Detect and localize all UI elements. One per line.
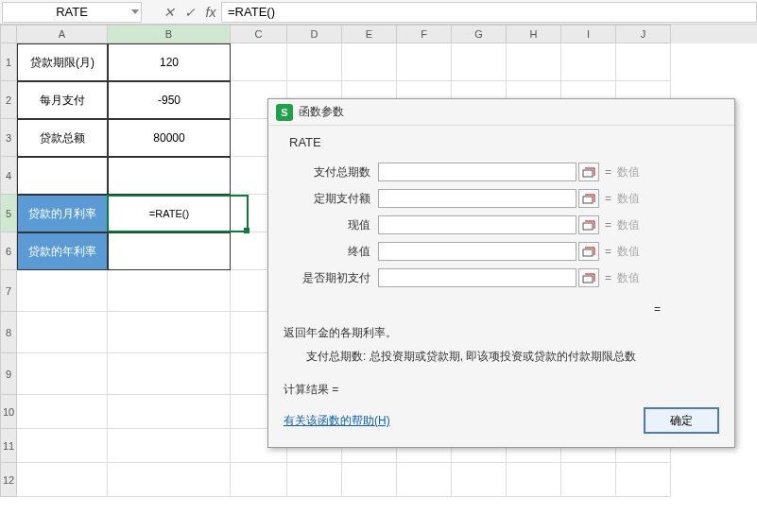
col-header-D[interactable]: D bbox=[287, 25, 342, 43]
range-picker-button[interactable] bbox=[578, 215, 599, 234]
row-header-6[interactable]: 6 bbox=[0, 232, 17, 270]
param-input[interactable] bbox=[378, 189, 576, 208]
cell[interactable] bbox=[231, 43, 287, 81]
cell[interactable] bbox=[287, 463, 342, 497]
cell-A1[interactable]: 贷款期限(月) bbox=[17, 43, 108, 81]
cell[interactable] bbox=[17, 312, 108, 353]
param-input[interactable] bbox=[378, 215, 576, 234]
cell[interactable] bbox=[507, 43, 561, 81]
col-header-H[interactable]: H bbox=[507, 25, 561, 43]
formula-input[interactable]: =RATE() bbox=[221, 2, 757, 23]
param-input[interactable] bbox=[378, 163, 576, 181]
cell[interactable] bbox=[17, 270, 108, 312]
row-header-4[interactable]: 4 bbox=[0, 157, 17, 195]
cell-B3[interactable]: 80000 bbox=[108, 119, 231, 157]
param-value-hint: 数值 bbox=[617, 270, 640, 286]
row-header-12[interactable]: 12 bbox=[0, 463, 17, 497]
cell[interactable] bbox=[108, 353, 231, 395]
cell[interactable] bbox=[561, 463, 616, 497]
row-header-10[interactable]: 10 bbox=[0, 395, 17, 429]
row-header-3[interactable]: 3 bbox=[0, 119, 17, 157]
row-header-7[interactable]: 7 bbox=[0, 270, 17, 312]
help-link[interactable]: 有关该函数的帮助(H) bbox=[284, 413, 390, 429]
svg-rect-2 bbox=[583, 223, 593, 230]
cell-A5[interactable]: 贷款的月利率 bbox=[17, 195, 108, 232]
svg-rect-4 bbox=[583, 276, 593, 283]
cell[interactable] bbox=[108, 312, 231, 353]
dialog-title: 函数参数 bbox=[299, 104, 344, 120]
equals-sign: = bbox=[605, 218, 611, 232]
row-header-11[interactable]: 11 bbox=[0, 429, 17, 463]
fx-button[interactable]: fx bbox=[200, 2, 221, 23]
param-value-hint: 数值 bbox=[617, 164, 640, 180]
cancel-formula-button[interactable]: ✕ bbox=[159, 2, 180, 23]
select-all-corner[interactable] bbox=[0, 25, 17, 43]
col-header-G[interactable]: G bbox=[452, 25, 507, 43]
param-input[interactable] bbox=[378, 268, 576, 287]
range-picker-button[interactable] bbox=[578, 189, 599, 208]
col-header-I[interactable]: I bbox=[561, 25, 616, 43]
confirm-formula-button[interactable]: ✓ bbox=[180, 2, 200, 23]
cell[interactable] bbox=[397, 463, 452, 497]
range-picker-button[interactable] bbox=[578, 268, 599, 287]
ok-button[interactable]: 确定 bbox=[644, 407, 719, 434]
cell[interactable] bbox=[287, 43, 342, 81]
param-row: 定期支付额=数值 bbox=[284, 185, 719, 212]
cell[interactable] bbox=[452, 43, 507, 81]
cell[interactable] bbox=[616, 43, 671, 81]
col-header-C[interactable]: C bbox=[231, 25, 287, 43]
cell-B6[interactable] bbox=[108, 232, 231, 270]
param-label: 支付总期数 bbox=[284, 164, 378, 180]
col-header-A[interactable]: A bbox=[17, 25, 108, 43]
dialog-body: RATE 支付总期数=数值定期支付额=数值现值=数值终值=数值是否期初支付=数值… bbox=[268, 126, 734, 447]
row-header-9[interactable]: 9 bbox=[0, 353, 17, 395]
range-select-icon bbox=[582, 271, 595, 284]
name-box[interactable]: RATE bbox=[2, 2, 142, 23]
cell-A3[interactable]: 贷款总额 bbox=[17, 119, 108, 157]
cell[interactable] bbox=[17, 353, 108, 395]
cell[interactable] bbox=[452, 463, 507, 497]
cell-B1[interactable]: 120 bbox=[108, 43, 231, 81]
name-box-value: RATE bbox=[56, 5, 88, 19]
cell[interactable] bbox=[17, 463, 108, 497]
function-arguments-dialog[interactable]: S 函数参数 RATE 支付总期数=数值定期支付额=数值现值=数值终值=数值是否… bbox=[267, 98, 735, 448]
cell-A2[interactable]: 每月支付 bbox=[17, 81, 108, 119]
row-header-5[interactable]: 5 bbox=[0, 195, 17, 232]
cell[interactable] bbox=[561, 43, 616, 81]
param-input[interactable] bbox=[378, 242, 576, 261]
cell-B2[interactable]: -950 bbox=[108, 81, 231, 119]
cell[interactable] bbox=[108, 463, 231, 497]
row-header-2[interactable]: 2 bbox=[0, 81, 17, 119]
cell-A6[interactable]: 贷款的年利率 bbox=[17, 232, 108, 270]
range-select-icon bbox=[582, 218, 595, 232]
svg-rect-0 bbox=[583, 170, 593, 177]
cell[interactable] bbox=[17, 395, 108, 429]
range-select-icon bbox=[582, 245, 595, 258]
col-header-J[interactable]: J bbox=[616, 25, 671, 43]
cell[interactable] bbox=[17, 429, 108, 463]
cell[interactable] bbox=[108, 429, 231, 463]
row-header-1[interactable]: 1 bbox=[0, 43, 17, 81]
cell[interactable] bbox=[342, 43, 397, 81]
cell[interactable] bbox=[231, 463, 287, 497]
dialog-titlebar[interactable]: S 函数参数 bbox=[268, 99, 734, 126]
cell-A4[interactable] bbox=[17, 157, 108, 195]
range-picker-button[interactable] bbox=[578, 163, 599, 181]
row-header-8[interactable]: 8 bbox=[0, 312, 17, 353]
range-picker-button[interactable] bbox=[578, 242, 599, 261]
cell-B4[interactable] bbox=[108, 157, 231, 195]
cell-B5[interactable]: =RATE() bbox=[108, 195, 231, 232]
param-label: 现值 bbox=[284, 217, 378, 233]
col-header-F[interactable]: F bbox=[397, 25, 452, 43]
col-header-E[interactable]: E bbox=[342, 25, 397, 43]
cell[interactable] bbox=[108, 270, 231, 312]
cell[interactable] bbox=[616, 463, 671, 497]
grid-row: 12 bbox=[0, 463, 757, 497]
cell[interactable] bbox=[507, 463, 561, 497]
cell[interactable] bbox=[397, 43, 452, 81]
chevron-down-icon[interactable] bbox=[131, 9, 139, 14]
param-value-hint: 数值 bbox=[617, 217, 640, 233]
col-header-B[interactable]: B bbox=[108, 25, 231, 43]
cell[interactable] bbox=[342, 463, 397, 497]
cell[interactable] bbox=[108, 395, 231, 429]
